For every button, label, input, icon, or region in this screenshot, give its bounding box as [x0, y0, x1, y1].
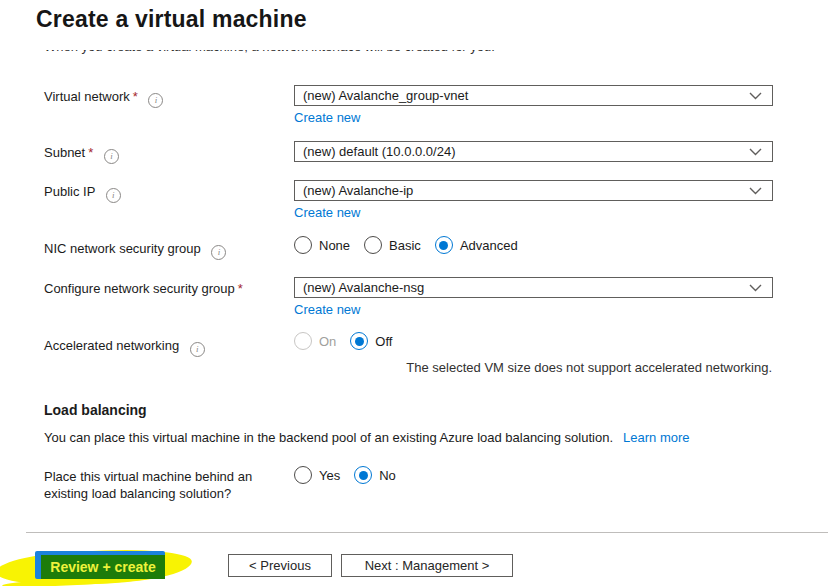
public-ip-label: Public IP i	[44, 184, 121, 203]
clipped-description-line: When you create a virtual machine, a net…	[44, 50, 744, 60]
radio-basic-icon	[364, 236, 382, 254]
info-icon[interactable]: i	[104, 149, 119, 164]
public-ip-create-new-link[interactable]: Create new	[294, 205, 360, 220]
configure-nsg-dropdown[interactable]: (new) Avalanche-nsg	[294, 277, 773, 298]
radio-advanced-selected-icon	[435, 236, 453, 254]
place-behind-lb-label: Place this virtual machine behind an exi…	[44, 468, 289, 502]
virtual-network-dropdown[interactable]: (new) Avalanche_group-vnet	[294, 85, 773, 106]
radio-option-on-disabled: On	[294, 332, 336, 350]
create-vm-page: Create a virtual machine When you create…	[0, 0, 828, 586]
radio-option-off[interactable]: Off	[350, 332, 392, 350]
virtual-network-label: Virtual network* i	[44, 89, 163, 108]
subnet-label: Subnet* i	[44, 145, 119, 164]
radio-option-basic[interactable]: Basic	[364, 236, 421, 254]
nic-nsg-label: NIC network security group i	[44, 241, 226, 260]
load-balancing-description: You can place this virtual machine in th…	[44, 430, 690, 445]
info-icon[interactable]: i	[148, 93, 163, 108]
nic-nsg-radio-group: None Basic Advanced	[294, 236, 518, 254]
public-ip-value: (new) Avalanche-ip	[303, 183, 743, 198]
radio-on-disabled-icon	[294, 332, 312, 350]
radio-no-selected-icon	[354, 466, 372, 484]
radio-none-icon	[294, 236, 312, 254]
info-icon[interactable]: i	[211, 245, 226, 260]
next-management-button[interactable]: Next : Management >	[341, 554, 513, 577]
virtual-network-create-new-link[interactable]: Create new	[294, 110, 360, 125]
review-create-button[interactable]: Review + create	[41, 555, 165, 579]
configure-nsg-create-new-link[interactable]: Create new	[294, 302, 360, 317]
place-behind-lb-radio-group: Yes No	[294, 466, 396, 484]
public-ip-dropdown[interactable]: (new) Avalanche-ip	[294, 180, 773, 201]
previous-button[interactable]: < Previous	[228, 554, 332, 577]
chevron-down-icon	[749, 92, 762, 100]
radio-option-none[interactable]: None	[294, 236, 350, 254]
radio-option-no[interactable]: No	[354, 466, 396, 484]
required-asterisk: *	[238, 281, 243, 296]
subnet-dropdown[interactable]: (new) default (10.0.0.0/24)	[294, 141, 773, 162]
required-asterisk: *	[133, 89, 138, 104]
footer-divider	[26, 532, 828, 533]
learn-more-link[interactable]: Learn more	[623, 430, 689, 445]
accelerated-networking-note: The selected VM size does not support ac…	[406, 360, 772, 375]
virtual-network-value: (new) Avalanche_group-vnet	[303, 88, 743, 103]
radio-off-selected-icon	[350, 332, 368, 350]
configure-nsg-value: (new) Avalanche-nsg	[303, 280, 743, 295]
subnet-value: (new) default (10.0.0.0/24)	[303, 144, 743, 159]
accelerated-networking-label: Accelerated networking i	[44, 338, 205, 357]
required-asterisk: *	[88, 145, 93, 160]
accelerated-networking-radio-group: On Off	[294, 332, 392, 350]
load-balancing-heading: Load balancing	[44, 402, 147, 418]
radio-yes-icon	[294, 466, 312, 484]
info-icon[interactable]: i	[106, 188, 121, 203]
radio-option-advanced[interactable]: Advanced	[435, 236, 518, 254]
chevron-down-icon	[749, 148, 762, 156]
configure-nsg-label: Configure network security group*	[44, 281, 243, 296]
page-title: Create a virtual machine	[36, 6, 307, 33]
chevron-down-icon	[749, 187, 762, 195]
info-icon[interactable]: i	[190, 342, 205, 357]
radio-option-yes[interactable]: Yes	[294, 466, 340, 484]
chevron-down-icon	[749, 284, 762, 292]
